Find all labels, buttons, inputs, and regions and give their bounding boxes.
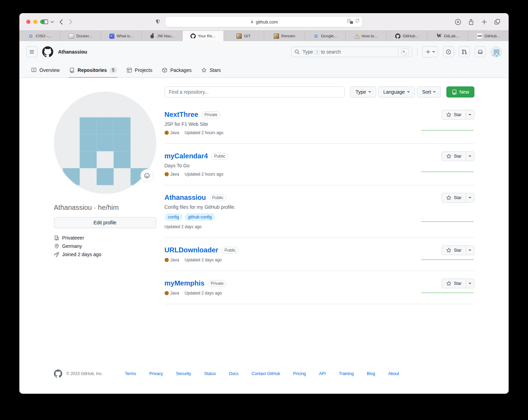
- browser-tab-github2[interactable]: ZBWGitHub...: [468, 31, 509, 41]
- pull-requests-button[interactable]: [459, 46, 470, 57]
- global-search-input[interactable]: Type / to search >_: [291, 47, 412, 57]
- repo-updated: Updated 2 days ago: [185, 258, 222, 262]
- star-button[interactable]: Star: [442, 151, 466, 161]
- repo-icon: [69, 67, 75, 73]
- footer-link-blog[interactable]: Blog: [367, 371, 375, 376]
- tab-packages[interactable]: Packages: [158, 63, 195, 77]
- tab-stars[interactable]: Stars: [198, 63, 224, 77]
- book-icon: [31, 67, 37, 73]
- privacy-shield-icon[interactable]: [154, 18, 162, 26]
- profile-sidebar: Athanassiou · he/him Edit profile Privat…: [54, 86, 156, 332]
- repo-link[interactable]: myMemphis: [165, 279, 205, 287]
- caret-down-icon: [469, 197, 471, 198]
- issues-button[interactable]: [443, 46, 454, 57]
- context-owner-name[interactable]: Athanassiou: [58, 49, 87, 55]
- footer-link-contact[interactable]: Contact GitHub: [252, 371, 280, 376]
- tab-overview[interactable]: Overview: [28, 63, 63, 77]
- github-logo[interactable]: [42, 46, 53, 57]
- command-palette-icon[interactable]: >_: [401, 48, 409, 55]
- terminal-favicon: >_: [109, 33, 115, 39]
- set-status-button[interactable]: [140, 169, 154, 182]
- browser-tab-rennen[interactable]: Rennen: [264, 31, 305, 41]
- footer-link-about[interactable]: About: [388, 371, 399, 376]
- caret-down-icon: [469, 114, 471, 115]
- caret-down-icon: [469, 250, 471, 251]
- footer-link-training[interactable]: Training: [339, 371, 354, 376]
- browser-tab-jw[interactable]: JW Hau...: [142, 31, 183, 41]
- language-filter-button[interactable]: Language: [378, 86, 415, 97]
- stackoverflow-favicon: [355, 34, 360, 39]
- caret-down-icon: [407, 91, 410, 93]
- topic-tag[interactable]: github-config: [185, 213, 215, 221]
- caret-down-icon: [433, 91, 436, 93]
- address-bar[interactable]: github.com A: [165, 17, 362, 27]
- user-avatar[interactable]: [491, 46, 502, 57]
- browser-tab-what-is[interactable]: >_What is...: [101, 31, 142, 41]
- sidebar-toggle-icon[interactable]: [41, 18, 49, 26]
- star-dropdown-button[interactable]: [466, 279, 474, 288]
- type-filter-button[interactable]: Type: [350, 86, 376, 97]
- create-new-button[interactable]: [422, 46, 438, 57]
- repo-link[interactable]: myCalendar4: [165, 152, 208, 160]
- repo-description: Config files for my GitHub profile.: [165, 204, 386, 210]
- browser-tab-ciso[interactable]: GCISO -...: [19, 31, 60, 41]
- browser-tab-how-to[interactable]: How to...: [346, 31, 387, 41]
- sort-filter-button[interactable]: Sort: [417, 86, 441, 97]
- browser-tab-docker[interactable]: Docker...: [60, 31, 101, 41]
- github-footer-logo[interactable]: [54, 370, 62, 378]
- repo-language: Java: [165, 258, 179, 262]
- repo-link[interactable]: URLDownloader: [165, 246, 219, 254]
- star-dropdown-button[interactable]: [466, 193, 474, 203]
- hamburger-menu-button[interactable]: [26, 46, 37, 57]
- notifications-inbox-button[interactable]: [475, 46, 486, 57]
- browser-tab-github[interactable]: GitHub...: [387, 31, 427, 41]
- star-button[interactable]: Star: [442, 110, 466, 120]
- chevron-down-icon[interactable]: [50, 18, 55, 26]
- browser-tab-google[interactable]: GGoogle...: [305, 31, 346, 41]
- tab-overview-icon[interactable]: [493, 18, 501, 26]
- repo-link[interactable]: Athanassiou: [165, 194, 206, 202]
- activity-sparkline: [421, 292, 474, 293]
- repositories-panel: Type Language Sort New NextThree Private: [165, 86, 474, 332]
- visibility-badge: Private: [202, 111, 220, 118]
- tab-repositories[interactable]: Repositories 5: [66, 63, 120, 77]
- footer-link-docs[interactable]: Docs: [229, 371, 238, 376]
- reload-icon[interactable]: [355, 18, 360, 24]
- repo-updated: Updated 2 days ago: [165, 224, 202, 229]
- repo-updated: Updated 2 hours ago: [185, 130, 223, 135]
- star-button[interactable]: Star: [442, 245, 466, 255]
- footer-link-security[interactable]: Security: [176, 371, 191, 376]
- footer-link-pricing[interactable]: Pricing: [293, 371, 306, 376]
- close-window-button[interactable]: [26, 20, 30, 24]
- footer-link-status[interactable]: Status: [204, 371, 216, 376]
- repo-row-urldownloader: URLDownloader Public Java Updated 2 days…: [165, 238, 474, 271]
- star-button[interactable]: Star: [442, 193, 466, 203]
- new-repository-button[interactable]: New: [446, 86, 474, 97]
- topic-tag[interactable]: config: [165, 213, 183, 221]
- star-dropdown-button[interactable]: [466, 110, 474, 120]
- downloads-icon[interactable]: [454, 18, 462, 26]
- footer-link-terms[interactable]: Terms: [125, 371, 136, 376]
- browser-tab-your-repositories[interactable]: Your Re...: [183, 31, 223, 41]
- find-repository-input[interactable]: [165, 86, 345, 97]
- star-dropdown-button[interactable]: [466, 245, 474, 255]
- forward-icon[interactable]: [66, 18, 75, 26]
- footer-link-privacy[interactable]: Privacy: [149, 371, 163, 376]
- share-icon[interactable]: [467, 18, 475, 26]
- star-dropdown-button[interactable]: [466, 151, 474, 161]
- minimize-window-button[interactable]: [33, 20, 37, 24]
- browser-window: github.com A GCISO -... Docker... >_What…: [19, 13, 509, 394]
- footer-link-api[interactable]: API: [319, 371, 326, 376]
- star-button[interactable]: Star: [442, 279, 466, 288]
- repo-link[interactable]: NextThree: [165, 111, 198, 119]
- repo-count-badge: 5: [110, 67, 117, 73]
- browser-tab-gitlab[interactable]: WGitLab...: [427, 31, 468, 41]
- picture-favicon: [237, 33, 242, 39]
- browser-tab-git[interactable]: GIT: [223, 31, 264, 41]
- back-icon[interactable]: [57, 18, 65, 26]
- github-header: Athanassiou Type / to search >_: [19, 41, 509, 78]
- new-tab-icon[interactable]: [480, 18, 488, 26]
- translate-icon[interactable]: A: [347, 19, 353, 24]
- edit-profile-button[interactable]: Edit profile: [54, 217, 156, 228]
- tab-projects[interactable]: Projects: [123, 63, 156, 77]
